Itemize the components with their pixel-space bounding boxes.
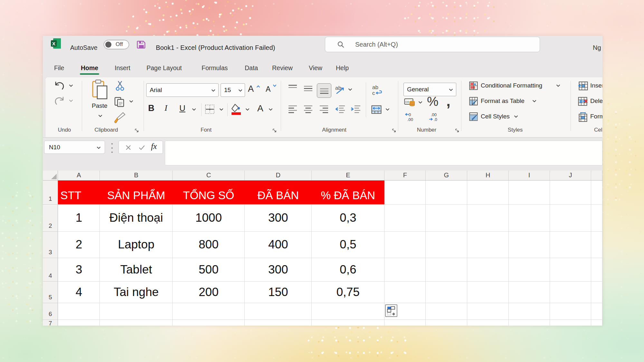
align-bottom-button-selected[interactable] — [317, 83, 331, 98]
fill-color-icon[interactable] — [231, 104, 242, 116]
cell-E4[interactable]: 0,6 — [312, 258, 384, 281]
cell-H7[interactable] — [467, 320, 509, 326]
accounting-chevron[interactable] — [418, 101, 422, 104]
cell-B5[interactable]: Tai nghe — [100, 281, 173, 303]
cell-G1[interactable] — [426, 180, 467, 204]
row-header-7[interactable]: 7 — [43, 320, 58, 326]
cell-F3[interactable] — [384, 231, 426, 258]
cell-F1[interactable] — [384, 180, 426, 204]
cell-G4[interactable] — [426, 258, 467, 281]
tab-insert[interactable]: Insert — [115, 60, 130, 77]
cell-I7[interactable] — [509, 320, 550, 326]
cell-G2[interactable] — [426, 204, 467, 231]
cell-B6[interactable] — [100, 303, 173, 320]
cell-styles-icon[interactable] — [469, 112, 478, 121]
merge-center-chevron[interactable] — [385, 108, 390, 111]
format-cells-label[interactable]: Format — [590, 113, 602, 120]
clipboard-dialog-launcher[interactable] — [135, 129, 139, 133]
decrease-font-icon[interactable]: A — [266, 85, 270, 94]
autofill-options-button[interactable] — [385, 304, 397, 317]
save-icon[interactable] — [137, 40, 146, 49]
cell-G5[interactable] — [426, 281, 467, 303]
cell-A4[interactable]: 3 — [58, 258, 100, 281]
comma-style-icon[interactable]: , — [446, 92, 450, 110]
cell-F2[interactable] — [384, 204, 426, 231]
align-left-icon[interactable] — [289, 105, 297, 113]
font-color-icon[interactable]: A — [257, 103, 263, 114]
cell-C1[interactable]: TỔNG SỐ — [173, 180, 245, 204]
redo-icon[interactable] — [54, 96, 65, 105]
row-header-4[interactable]: 4 — [43, 258, 58, 281]
cell-D4[interactable]: 300 — [245, 258, 312, 281]
cell-styles-chevron[interactable] — [514, 115, 518, 118]
row-header-1[interactable]: 1 — [43, 180, 58, 204]
cell-A6[interactable] — [58, 303, 100, 320]
copy-dropdown-chevron[interactable] — [129, 100, 133, 103]
cancel-icon[interactable] — [126, 145, 131, 150]
cell-D2[interactable]: 300 — [245, 204, 312, 231]
accounting-format-icon[interactable]: co — [404, 98, 416, 107]
cell-A7[interactable] — [58, 320, 100, 326]
cell-C6[interactable] — [173, 303, 245, 320]
cell-K2[interactable] — [591, 204, 602, 231]
format-painter-icon[interactable] — [113, 112, 126, 124]
row-header-2[interactable]: 2 — [43, 204, 58, 231]
copy-icon[interactable] — [114, 97, 125, 107]
fx-icon[interactable]: fx — [151, 142, 157, 151]
format-as-table-label[interactable]: Format as Table — [481, 97, 525, 105]
cell-D6[interactable] — [245, 303, 312, 320]
cell-B3[interactable]: Laptop — [100, 231, 173, 258]
cell-E7[interactable] — [312, 320, 384, 326]
font-name-combo[interactable]: Arial — [146, 83, 219, 97]
alignment-dialog-launcher[interactable] — [392, 129, 396, 133]
align-middle-icon[interactable] — [304, 85, 312, 92]
tab-formulas[interactable]: Formulas — [202, 60, 228, 77]
cell-A5[interactable]: 4 — [58, 281, 100, 303]
cell-F5[interactable] — [384, 281, 426, 303]
column-header-A[interactable]: A — [58, 171, 100, 180]
cell-H6[interactable] — [467, 303, 509, 320]
cell-D1[interactable]: ĐÃ BÁN — [245, 180, 312, 204]
cell-B2[interactable]: Điện thoại — [100, 204, 173, 231]
insert-cells-label[interactable]: Insert — [590, 82, 602, 89]
tab-file[interactable]: File — [54, 60, 64, 77]
format-as-table-icon[interactable] — [469, 97, 478, 106]
cell-I4[interactable] — [509, 258, 550, 281]
cell-H3[interactable] — [467, 231, 509, 258]
underline-chevron[interactable] — [192, 108, 196, 111]
underline-button[interactable]: U — [179, 103, 185, 113]
cell-J2[interactable] — [550, 204, 591, 231]
font-dialog-launcher[interactable] — [273, 129, 277, 133]
column-header-I[interactable]: I — [509, 171, 550, 180]
cell-H4[interactable] — [467, 258, 509, 281]
cell-G6[interactable] — [426, 303, 467, 320]
cell-I1[interactable] — [509, 180, 550, 204]
cell-I5[interactable] — [509, 281, 550, 303]
cell-B4[interactable]: Tablet — [100, 258, 173, 281]
column-header-J[interactable]: J — [550, 171, 591, 180]
cell-I2[interactable] — [509, 204, 550, 231]
cell-E3[interactable]: 0,5 — [312, 231, 384, 258]
cell-F4[interactable] — [384, 258, 426, 281]
cell-A2[interactable]: 1 — [58, 204, 100, 231]
conditional-formatting-chevron[interactable] — [556, 84, 560, 87]
cell-D7[interactable] — [245, 320, 312, 326]
cell-I3[interactable] — [509, 231, 550, 258]
bold-button[interactable]: B — [148, 103, 155, 113]
cell-J6[interactable] — [550, 303, 591, 320]
column-header-H[interactable]: H — [467, 171, 509, 180]
cell-E6[interactable] — [312, 303, 384, 320]
cell-H5[interactable] — [467, 281, 509, 303]
column-header-F[interactable]: F — [384, 171, 426, 180]
enter-icon[interactable] — [139, 145, 145, 150]
font-size-combo[interactable]: 15 — [221, 83, 245, 97]
orientation-chevron[interactable] — [348, 88, 352, 91]
tab-home[interactable]: Home — [81, 60, 98, 77]
cell-J7[interactable] — [550, 320, 591, 326]
row-header-6[interactable]: 6 — [43, 303, 58, 320]
borders-icon[interactable] — [205, 104, 215, 114]
column-header-G[interactable]: G — [426, 171, 467, 180]
decrease-decimal-icon[interactable]: .00 .0 — [429, 112, 440, 122]
delete-cells-icon[interactable] — [578, 97, 588, 106]
cell-A3[interactable]: 2 — [58, 231, 100, 258]
